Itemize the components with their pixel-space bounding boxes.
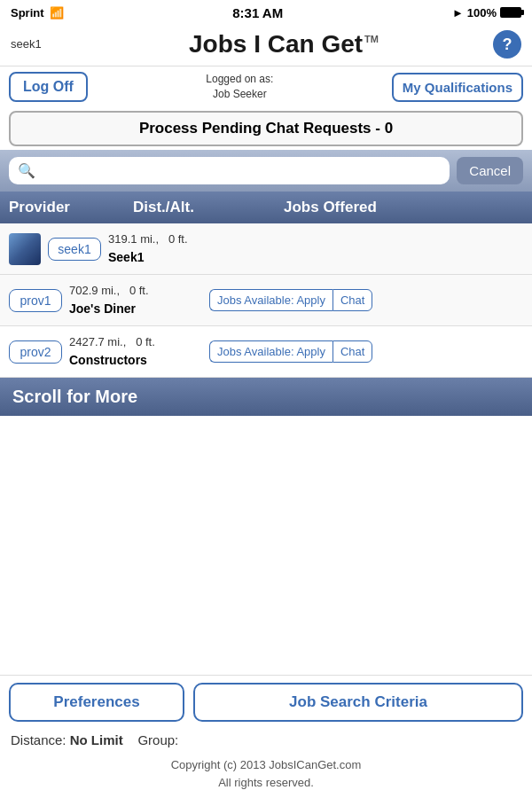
status-time: 8:31 AM — [232, 5, 283, 20]
search-input-wrapper: 🔍 — [9, 157, 450, 184]
scroll-more-label: Scroll for More — [0, 378, 532, 416]
copyright-block: Copyright (c) 2013 JobsICanGet.com All r… — [0, 753, 532, 798]
distance-info: 319.1 mi., 0 ft. Seek1 — [108, 231, 241, 267]
col-provider-header: Provider — [9, 199, 133, 216]
col-jobs-header: Jobs Offered — [284, 199, 523, 216]
cancel-button[interactable]: Cancel — [457, 157, 523, 184]
jobs-actions: Jobs Available: Apply Chat — [209, 289, 523, 311]
battery-level: 100% — [467, 6, 497, 20]
toolbar: Log Off Logged on as: Job Seeker My Qual… — [0, 66, 532, 107]
col-dist-header: Dist./Alt. — [133, 199, 284, 216]
location-icon: ► — [452, 6, 464, 20]
business-name: Seek1 — [108, 250, 144, 264]
bottom-buttons: Preferences Job Search Criteria — [0, 676, 532, 729]
distance-info: 2427.7 mi., 0 ft. Constructors — [69, 333, 202, 370]
status-bar: Sprint 📶 8:31 AM ► 100% — [0, 0, 532, 25]
provider-button[interactable]: seek1 — [48, 238, 101, 261]
search-bar: 🔍 Cancel — [0, 150, 532, 192]
app-header: seek1 Jobs I Can GetTM ? — [0, 25, 532, 66]
jobs-actions: Jobs Available: Apply Chat — [209, 340, 523, 363]
chat-button[interactable]: Chat — [332, 289, 372, 311]
provider-button[interactable]: prov1 — [9, 289, 62, 312]
tm-badge: TM — [364, 34, 379, 44]
distance-value: No Limit — [70, 732, 123, 747]
app-title-block: Jobs I Can GetTM — [82, 31, 486, 59]
empty-area — [0, 416, 532, 593]
provider-button[interactable]: prov2 — [9, 340, 62, 364]
wifi-icon: 📶 — [50, 6, 64, 20]
copyright-line2: All rights reserved. — [0, 774, 532, 792]
status-right: ► 100% — [452, 6, 521, 20]
search-input[interactable] — [41, 163, 441, 178]
pending-bar[interactable]: Process Pending Chat Requests - 0 — [9, 111, 523, 146]
bottom-section: Preferences Job Search Criteria Distance… — [0, 675, 532, 798]
business-name: Joe's Diner — [69, 301, 136, 316]
table-row: prov2 2427.7 mi., 0 ft. Constructors Job… — [0, 326, 532, 378]
distance-line: Distance: No Limit Group: — [0, 729, 532, 753]
distance-info: 702.9 mi., 0 ft. Joe's Diner — [69, 282, 202, 318]
qualifications-button[interactable]: My Qualifications — [392, 73, 523, 102]
job-search-criteria-button[interactable]: Job Search Criteria — [193, 683, 523, 722]
status-left: Sprint 📶 — [11, 6, 64, 20]
apply-button[interactable]: Jobs Available: Apply — [209, 340, 332, 363]
logoff-button[interactable]: Log Off — [9, 72, 88, 102]
help-button[interactable]: ? — [493, 30, 521, 59]
username-label: seek1 — [11, 37, 82, 52]
thumb-image — [9, 233, 41, 265]
app-title: Jobs I Can GetTM — [82, 31, 486, 59]
preferences-button[interactable]: Preferences — [9, 683, 184, 722]
table-row: prov1 702.9 mi., 0 ft. Joe's Diner Jobs … — [0, 275, 532, 326]
copyright-line1: Copyright (c) 2013 JobsICanGet.com — [0, 756, 532, 774]
chat-button[interactable]: Chat — [332, 340, 372, 363]
apply-button[interactable]: Jobs Available: Apply — [209, 289, 332, 311]
search-icon: 🔍 — [18, 162, 35, 179]
provider-thumbnail — [9, 233, 41, 265]
logged-as-label: Logged on as: Job Seeker — [97, 72, 383, 102]
business-name: Constructors — [69, 353, 147, 367]
carrier-label: Sprint — [11, 6, 44, 20]
table-row: seek1 319.1 mi., 0 ft. Seek1 — [0, 223, 532, 275]
table-header: Provider Dist./Alt. Jobs Offered — [0, 192, 532, 223]
battery-icon — [500, 7, 521, 18]
